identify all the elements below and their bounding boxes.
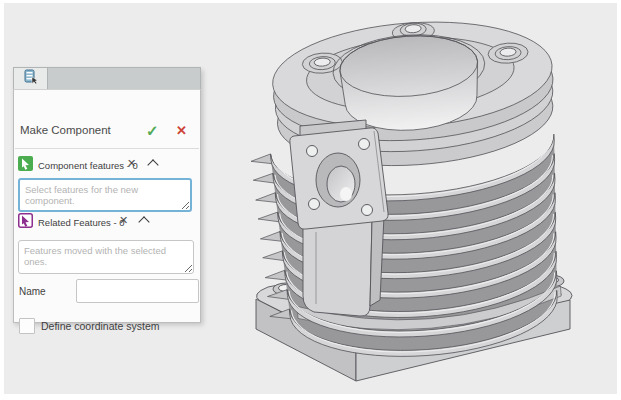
- base-bolt-hole[interactable]: [273, 283, 299, 295]
- model-front-boss[interactable]: [290, 120, 388, 316]
- component-features-label: Component features - 0: [38, 160, 138, 171]
- flange-bolt-holes[interactable]: [307, 16, 524, 107]
- name-input[interactable]: [76, 279, 199, 303]
- component-features-clear-button[interactable]: ✕: [127, 158, 136, 169]
- related-features-label: Related Features - 0: [38, 217, 125, 228]
- model-cylinder-bore[interactable]: [331, 30, 489, 135]
- define-coordinate-checkbox[interactable]: [19, 318, 35, 334]
- base-bolt-hole[interactable]: [538, 275, 564, 287]
- related-features-collapse-icon[interactable]: [138, 216, 149, 227]
- cancel-button[interactable]: ✕: [176, 124, 187, 137]
- tab-make-component[interactable]: [14, 68, 48, 89]
- panel-tab-strip: [13, 67, 201, 89]
- component-features-collapse-icon[interactable]: [147, 159, 158, 170]
- model-head-gasket[interactable]: [300, 15, 532, 118]
- model-top-flange[interactable]: [269, 13, 558, 174]
- boss-bolt-holes[interactable]: [307, 139, 373, 216]
- model-base-plate[interactable]: [256, 249, 572, 381]
- screenshot-frame: Make Component ✓ ✕ Component features - …: [0, 0, 621, 400]
- related-features-input[interactable]: [18, 240, 194, 274]
- boss-port-bore[interactable]: [316, 153, 360, 207]
- panel-body: Make Component ✓ ✕ Component features - …: [13, 89, 201, 323]
- panel-title: Make Component: [20, 124, 111, 136]
- divider: [15, 148, 199, 149]
- make-component-tab-icon: [24, 69, 38, 89]
- model-stud-boss: [452, 108, 468, 144]
- define-coordinate-label[interactable]: Define coordinate system: [41, 320, 159, 332]
- confirm-button[interactable]: ✓: [146, 123, 159, 138]
- model-cooling-fins[interactable]: [251, 134, 569, 367]
- model-cylinder-core: [271, 138, 568, 360]
- related-features-clear-button[interactable]: ✕: [119, 215, 128, 226]
- model-cylinder-skirt[interactable]: [297, 286, 563, 337]
- component-features-select-icon: [18, 156, 33, 171]
- related-features-select-icon: [18, 213, 33, 228]
- cad-viewport[interactable]: Make Component ✓ ✕ Component features - …: [4, 3, 617, 394]
- component-features-input[interactable]: [18, 178, 192, 212]
- name-label: Name: [19, 286, 46, 297]
- base-bolt-hole[interactable]: [358, 325, 386, 339]
- make-component-panel: Make Component ✓ ✕ Component features - …: [13, 67, 201, 322]
